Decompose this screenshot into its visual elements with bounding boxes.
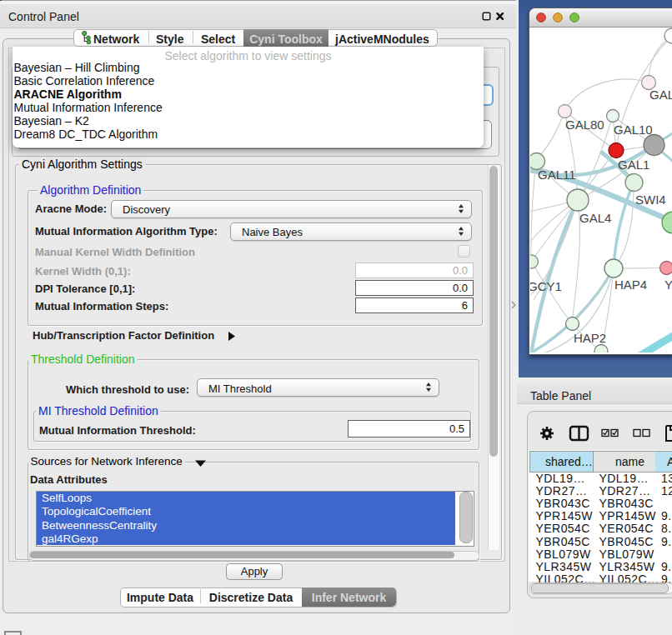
svg-text:HAP2: HAP2	[574, 331, 606, 345]
svg-text:GAL80: GAL80	[565, 118, 604, 132]
svg-text:GAL4: GAL4	[579, 211, 611, 225]
svg-text:GAL11: GAL11	[538, 168, 576, 182]
svg-text:GAL1: GAL1	[618, 158, 649, 172]
svg-text:HAP4: HAP4	[614, 278, 647, 292]
svg-text:GCY1: GCY1	[530, 279, 562, 293]
svg-text:Y: Y	[664, 278, 672, 292]
svg-text:GAL10: GAL10	[614, 122, 653, 137]
svg-text:SWI4: SWI4	[635, 192, 666, 207]
svg-text:GAL2: GAL2	[649, 88, 672, 102]
